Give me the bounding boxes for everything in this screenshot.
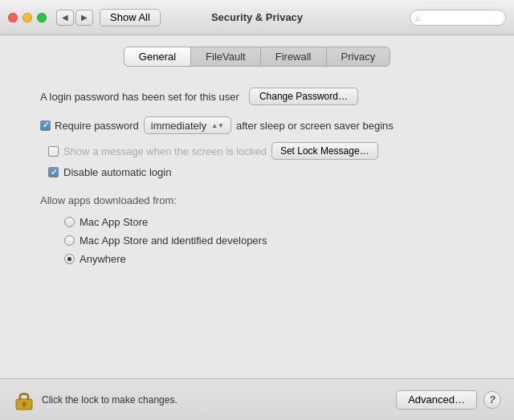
window-title: Security & Privacy	[211, 11, 303, 23]
radio-dot	[67, 257, 71, 261]
allow-apps-label: Allow apps downloaded from:	[24, 194, 490, 206]
anywhere-radio[interactable]	[64, 254, 75, 264]
show-message-checkbox[interactable]	[48, 146, 59, 157]
disable-auto-login-row: ✓ Disable automatic login	[24, 166, 490, 178]
main-content: A login password has been set for this u…	[0, 75, 514, 284]
show-message-row: Show a message when the screen is locked…	[24, 142, 490, 160]
traffic-lights	[8, 13, 47, 22]
show-all-button[interactable]: Show All	[100, 9, 161, 27]
tab-filevault[interactable]: FileVault	[191, 47, 261, 66]
tab-privacy[interactable]: Privacy	[327, 47, 390, 66]
password-message: A login password has been set for this u…	[40, 91, 239, 103]
after-sleep-text: after sleep or screen saver begins	[236, 120, 394, 132]
bottom-bar: Click the lock to make changes. Advanced…	[0, 378, 514, 420]
anywhere-label: Anywhere	[80, 253, 126, 265]
disable-auto-login-checkbox[interactable]: ✓	[48, 167, 59, 177]
require-password-row: ✓ Require password immediately ▲▼ after …	[24, 116, 490, 134]
require-password-checkbox-label[interactable]: ✓ Require password	[40, 120, 139, 132]
nav-buttons: ◀ ▶	[56, 10, 93, 26]
set-lock-message-button[interactable]: Set Lock Message…	[271, 142, 378, 160]
checkmark-icon: ✓	[43, 121, 49, 129]
mac-app-store-developers-radio[interactable]	[64, 235, 75, 246]
checkmark-icon-2: ✓	[51, 169, 57, 177]
password-row: A login password has been set for this u…	[24, 88, 490, 105]
mac-app-store-label: Mac App Store	[80, 216, 148, 228]
dropdown-arrow-icon: ▲▼	[211, 122, 224, 129]
change-password-button[interactable]: Change Password…	[249, 88, 358, 105]
require-password-text: Require password	[55, 120, 139, 132]
require-password-checkbox[interactable]: ✓	[40, 120, 51, 131]
disable-auto-login-label: Disable automatic login	[63, 166, 171, 178]
search-box[interactable]: ⌕	[410, 10, 506, 26]
tabs: General FileVault Firewall Privacy	[124, 47, 390, 67]
titlebar: ◀ ▶ Show All Security & Privacy ⌕	[0, 0, 514, 35]
dropdown-value: immediately	[151, 120, 206, 132]
tab-general[interactable]: General	[124, 47, 191, 66]
lock-icon	[13, 389, 35, 411]
mac-app-store-developers-row: Mac App Store and identified developers	[24, 234, 490, 247]
show-message-label: Show a message when the screen is locked	[63, 145, 267, 157]
forward-button[interactable]: ▶	[75, 10, 93, 26]
help-button[interactable]: ?	[483, 391, 501, 409]
search-icon: ⌕	[415, 13, 421, 22]
close-button[interactable]	[8, 13, 18, 22]
lock-text: Click the lock to make changes.	[42, 394, 396, 406]
back-button[interactable]: ◀	[56, 10, 74, 26]
maximize-button[interactable]	[37, 13, 47, 22]
advanced-button[interactable]: Advanced…	[396, 390, 477, 410]
tab-firewall[interactable]: Firewall	[261, 47, 327, 66]
require-password-dropdown[interactable]: immediately ▲▼	[144, 116, 231, 134]
svg-rect-2	[23, 404, 25, 407]
mac-app-store-developers-label: Mac App Store and identified developers	[80, 234, 267, 247]
mac-app-store-radio[interactable]	[64, 217, 75, 227]
mac-app-store-row: Mac App Store	[24, 216, 490, 228]
tabs-container: General FileVault Firewall Privacy	[0, 35, 514, 75]
minimize-button[interactable]	[22, 13, 32, 22]
anywhere-row: Anywhere	[24, 253, 490, 265]
